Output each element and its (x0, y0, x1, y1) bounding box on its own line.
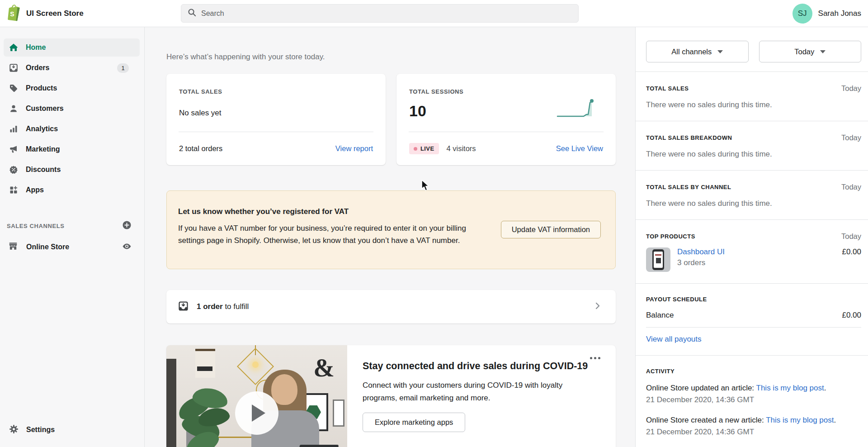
main-content: Here’s what’s happening with your store … (145, 27, 635, 447)
activity-section: ACTIVITY Online Store updated an article… (636, 355, 868, 447)
total-sessions-footer: LIVE 4 visitors See Live View (396, 132, 616, 165)
orders-count-badge: 1 (117, 63, 129, 73)
covid-card-content: Stay connected and drive sales during CO… (347, 345, 616, 447)
vat-banner: Let us know whether you’ve registered fo… (166, 190, 616, 269)
home-icon (9, 43, 18, 52)
product-amount: £0.00 (842, 247, 861, 272)
sidebar-item-apps[interactable]: Apps (4, 181, 140, 199)
sidebar-item-label: Discounts (26, 166, 135, 174)
sidebar-item-settings[interactable]: Settings (4, 421, 140, 439)
global-search[interactable] (181, 4, 579, 23)
greeting-text: Here’s what’s happening with your store … (166, 52, 616, 62)
sidebar-item-products[interactable]: Products (4, 79, 140, 97)
product-orders: 3 orders (677, 258, 842, 267)
update-vat-button[interactable]: Update VAT information (501, 221, 601, 238)
total-sessions-title: TOTAL SESSIONS (396, 74, 616, 95)
balance-amount: £0.00 (842, 311, 861, 320)
analytics-panel: All channels Today TOTAL SALES Today The… (635, 27, 868, 447)
orders-icon (9, 63, 18, 72)
sidebar-item-label: Customers (26, 105, 135, 113)
orders-to-fulfill-card[interactable]: 1 order to fulfill (166, 290, 616, 323)
discounts-icon (9, 165, 18, 174)
balance-label: Balance (646, 311, 674, 320)
sidebar-item-label: Analytics (26, 125, 135, 133)
eye-icon[interactable] (122, 242, 132, 253)
blog-post-link[interactable]: This is my blog post (756, 384, 824, 392)
covid-card-body: Connect with your customers during COVID… (363, 379, 589, 404)
explore-marketing-apps-button[interactable]: Explore marketing apps (363, 413, 465, 432)
kebab-menu-icon[interactable] (590, 357, 600, 359)
sparkline-line (557, 101, 592, 116)
activity-entry: Online Store created a new article: This… (646, 414, 861, 437)
products-icon (9, 84, 18, 93)
shopify-logo-icon: S (6, 4, 21, 23)
user-name: Sarah Jonas (818, 9, 861, 18)
sidebar-item-discounts[interactable]: Discounts (4, 161, 140, 179)
brand[interactable]: S UI Screen Store (6, 4, 84, 23)
total-sales-footer: 2 total orders View report (166, 132, 386, 165)
channel-filter-dropdown[interactable]: All channels (646, 41, 749, 62)
sidebar-item-label: Orders (26, 64, 117, 72)
stats-cards-row: TOTAL SALES No sales yet 2 total orders … (166, 74, 616, 165)
thumb-decor (166, 359, 176, 447)
orders-icon (178, 301, 189, 313)
see-live-view-link[interactable]: See Live View (556, 144, 603, 153)
date-filter-dropdown[interactable]: Today (759, 41, 862, 62)
sidebar-item-label: Home (26, 43, 135, 52)
channel-label: Online Store (26, 243, 122, 251)
thumb-decor (333, 399, 344, 427)
total-sales-breakdown-section: TOTAL SALES BREAKDOWN Today There were n… (636, 121, 868, 170)
vat-banner-body: If you have a VAT number for your busine… (178, 222, 486, 247)
search-input[interactable] (201, 10, 572, 18)
sidebar-item-analytics[interactable]: Analytics (4, 120, 140, 138)
total-sales-empty: No sales yet (166, 95, 386, 118)
apps-icon (9, 185, 18, 195)
vat-banner-title: Let us know whether you’ve registered fo… (178, 207, 597, 216)
topbar: S UI Screen Store SJ Sarah Jonas (0, 0, 868, 27)
total-sales-section: TOTAL SALES Today There were no sales du… (636, 71, 868, 121)
sidebar-item-marketing[interactable]: Marketing (4, 140, 140, 158)
sales-channels-title: SALES CHANNELS (7, 223, 65, 229)
view-report-link[interactable]: View report (335, 144, 373, 153)
settings-label: Settings (26, 426, 55, 434)
sidebar-spacer (0, 256, 144, 421)
marketing-icon (9, 145, 18, 154)
chevron-right-icon (593, 301, 602, 312)
caret-down-icon (717, 50, 723, 53)
product-thumbnail (646, 247, 670, 272)
storefront-icon (8, 241, 18, 253)
sidebar-item-home[interactable]: Home (4, 38, 140, 57)
divider (646, 327, 861, 328)
total-sales-card: TOTAL SALES No sales yet 2 total orders … (166, 74, 386, 165)
svg-text:S: S (10, 10, 14, 18)
sales-channels-header: SALES CHANNELS (0, 220, 144, 232)
live-badge: LIVE (409, 143, 439, 154)
video-thumbnail[interactable]: & (166, 345, 347, 447)
sidebar-item-online-store[interactable]: Online Store (0, 238, 144, 256)
store-title: UI Screen Store (26, 9, 84, 18)
blog-post-link[interactable]: This is my blog post (766, 416, 834, 424)
thumb-decor (252, 361, 259, 368)
play-icon (252, 404, 265, 422)
covid-promo-card: & Stay connect (166, 345, 616, 447)
orders-summary: 2 total orders (179, 144, 222, 153)
add-channel-button[interactable] (122, 220, 132, 232)
fulfill-text: 1 order to fulfill (197, 302, 249, 311)
customers-icon (9, 104, 18, 113)
avatar[interactable]: SJ (793, 4, 812, 24)
thumb-decor (271, 374, 297, 405)
balance-row: Balance £0.00 (646, 311, 861, 320)
user-menu[interactable]: SJ Sarah Jonas (793, 0, 861, 27)
sidebar-item-label: Apps (26, 186, 135, 194)
activity-entry: Online Store updated an article: This is… (646, 382, 861, 404)
product-link[interactable]: Dashboard UI (677, 247, 842, 257)
total-sales-by-channel-section: TOTAL SALES BY CHANNEL Today There were … (636, 170, 868, 219)
search-icon (188, 8, 196, 19)
payout-schedule-section: PAYOUT SCHEDULE Balance £0.00 View all p… (636, 283, 868, 355)
play-button[interactable] (235, 391, 278, 435)
sidebar-item-customers[interactable]: Customers (4, 100, 140, 118)
total-sales-title: TOTAL SALES (166, 74, 386, 95)
sidebar-item-orders[interactable]: Orders 1 (4, 59, 140, 77)
view-all-payouts-link[interactable]: View all payouts (646, 335, 702, 344)
sidebar-item-label: Products (26, 84, 135, 92)
